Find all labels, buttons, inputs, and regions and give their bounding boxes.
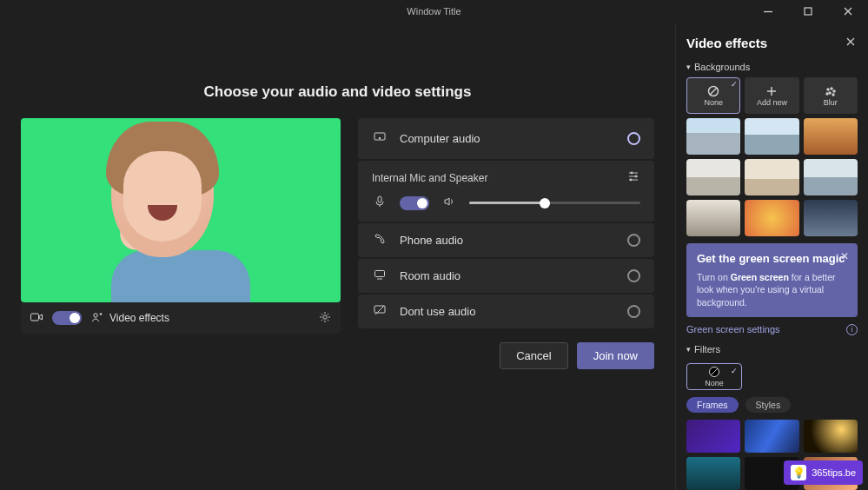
svg-rect-4 bbox=[374, 133, 385, 140]
background-thumb[interactable] bbox=[804, 200, 858, 236]
close-icon bbox=[844, 35, 858, 49]
backgrounds-grid: ✓ None Add new Blur bbox=[686, 77, 858, 236]
filter-none-label: None bbox=[705, 379, 724, 387]
filter-thumb[interactable] bbox=[745, 420, 798, 453]
promo-close-button[interactable]: ✕ bbox=[840, 250, 849, 262]
mute-audio-icon bbox=[372, 303, 388, 320]
panel-title: Video effects bbox=[686, 36, 767, 50]
video-effects-button[interactable]: Video effects bbox=[90, 310, 169, 327]
sliders-icon bbox=[626, 169, 640, 183]
blur-icon bbox=[824, 84, 838, 98]
window-close-button[interactable] bbox=[828, 0, 868, 23]
filter-tab-frames[interactable]: Frames bbox=[686, 397, 739, 413]
svg-point-5 bbox=[631, 172, 633, 175]
filter-tab-styles[interactable]: Styles bbox=[745, 397, 792, 413]
background-thumb[interactable] bbox=[745, 159, 798, 195]
background-option-addnew[interactable]: Add new bbox=[745, 77, 798, 114]
watermark-text: 365tips.be bbox=[812, 467, 856, 478]
camera-settings-button[interactable] bbox=[318, 310, 332, 327]
svg-point-15 bbox=[829, 92, 831, 94]
maximize-icon bbox=[801, 4, 815, 18]
filters-label: Filters bbox=[694, 344, 720, 354]
background-option-none[interactable]: ✓ None bbox=[686, 77, 740, 114]
mic-icon bbox=[372, 195, 388, 211]
radio-indicator bbox=[627, 234, 640, 247]
sparkle-person-icon bbox=[90, 310, 104, 327]
radio-indicator bbox=[627, 305, 640, 318]
audio-option-room[interactable]: Room audio bbox=[358, 259, 654, 293]
close-icon bbox=[841, 4, 855, 18]
gear-icon bbox=[318, 310, 332, 324]
backgrounds-section-toggle[interactable]: Backgrounds bbox=[686, 62, 858, 72]
window-minimize-button[interactable] bbox=[748, 0, 788, 23]
green-screen-settings-link[interactable]: Green screen settings bbox=[686, 324, 780, 334]
audio-option-computer[interactable]: Computer audio bbox=[358, 118, 654, 159]
volume-slider[interactable] bbox=[469, 202, 640, 204]
background-thumb[interactable] bbox=[686, 159, 740, 195]
svg-rect-1 bbox=[31, 314, 39, 321]
filter-thumb[interactable] bbox=[686, 457, 740, 490]
camera-preview-toolbar: Video effects bbox=[21, 302, 341, 334]
join-now-button[interactable]: Join now bbox=[577, 342, 654, 369]
background-thumb[interactable] bbox=[804, 159, 858, 195]
audio-options: Computer audio Internal Mic and Speaker bbox=[358, 118, 654, 369]
add-icon bbox=[765, 84, 779, 98]
svg-point-7 bbox=[630, 179, 633, 182]
bg-blur-label: Blur bbox=[824, 98, 838, 107]
audio-option-label: Dont use audio bbox=[400, 305, 475, 318]
check-icon: ✓ bbox=[731, 367, 738, 375]
audio-option-phone[interactable]: Phone audio bbox=[358, 223, 654, 257]
camera-toggle[interactable] bbox=[52, 311, 82, 325]
window-maximize-button[interactable] bbox=[788, 0, 828, 23]
svg-rect-8 bbox=[378, 196, 381, 202]
audio-option-label: Room audio bbox=[400, 269, 461, 282]
filter-thumb[interactable] bbox=[804, 420, 858, 453]
check-icon: ✓ bbox=[731, 80, 738, 89]
background-thumb[interactable] bbox=[745, 118, 798, 155]
background-thumb[interactable] bbox=[686, 118, 740, 155]
pc-audio-icon bbox=[372, 130, 388, 147]
background-option-blur[interactable]: Blur bbox=[804, 77, 858, 114]
svg-point-3 bbox=[323, 315, 327, 318]
none-icon bbox=[706, 84, 720, 98]
background-thumb[interactable] bbox=[745, 200, 798, 236]
bg-addnew-label: Add new bbox=[757, 98, 787, 107]
site-watermark: 💡 365tips.be bbox=[784, 460, 863, 485]
video-effects-panel: Video effects Backgrounds ✓ None Add new… bbox=[675, 23, 868, 490]
phone-icon bbox=[372, 232, 388, 248]
svg-point-16 bbox=[826, 93, 828, 95]
background-thumb[interactable] bbox=[686, 200, 740, 236]
green-screen-promo: ✕ Get the green screen magic Turn on Gre… bbox=[686, 243, 858, 317]
svg-rect-9 bbox=[375, 271, 385, 277]
promo-body: Turn on Green screen for a better look w… bbox=[697, 271, 847, 308]
mic-toggle[interactable] bbox=[400, 196, 429, 210]
video-effects-label: Video effects bbox=[109, 312, 169, 324]
speaker-icon bbox=[441, 195, 457, 211]
none-icon bbox=[707, 365, 721, 379]
background-thumb[interactable] bbox=[804, 118, 858, 155]
camera-preview bbox=[21, 118, 341, 302]
window-titlebar: Window Title bbox=[0, 0, 868, 23]
bulb-icon: 💡 bbox=[791, 465, 806, 480]
filter-tabs: Frames Styles bbox=[686, 397, 858, 413]
audio-device-label: Internal Mic and Speaker bbox=[372, 172, 487, 184]
audio-option-none[interactable]: Dont use audio bbox=[358, 295, 654, 328]
audio-option-label: Computer audio bbox=[400, 132, 480, 145]
panel-close-button[interactable] bbox=[844, 35, 858, 51]
svg-point-12 bbox=[827, 89, 829, 90]
camera-icon bbox=[30, 310, 43, 327]
audio-device-settings-button[interactable] bbox=[626, 169, 640, 186]
promo-title: Get the green screen magic bbox=[697, 252, 847, 266]
audio-device-section: Internal Mic and Speaker bbox=[358, 161, 654, 222]
cancel-button[interactable]: Cancel bbox=[500, 342, 567, 369]
backgrounds-label: Backgrounds bbox=[694, 62, 750, 72]
audio-option-label: Phone audio bbox=[400, 234, 463, 247]
info-icon[interactable]: i bbox=[846, 324, 858, 335]
svg-point-6 bbox=[635, 175, 638, 178]
filter-option-none[interactable]: ✓ None bbox=[686, 363, 742, 390]
filter-thumb[interactable] bbox=[686, 420, 740, 453]
window-title: Window Title bbox=[407, 6, 461, 17]
svg-rect-0 bbox=[805, 8, 812, 15]
filters-section-toggle[interactable]: Filters bbox=[686, 344, 858, 354]
svg-point-17 bbox=[832, 94, 834, 96]
